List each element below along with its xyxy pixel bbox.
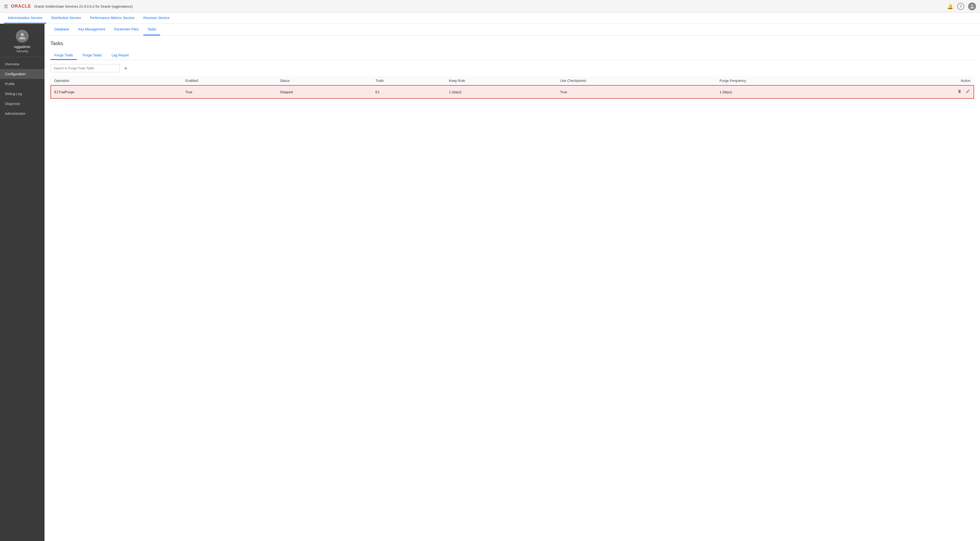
col-trails: Trails bbox=[372, 76, 445, 85]
main-layout: oggadmin Security Overview Configuration… bbox=[0, 24, 980, 541]
purge-trails-table: Operation Enabled Status Trails Keep Rul… bbox=[51, 76, 974, 99]
content-area: Database Key Management Parameter Files … bbox=[45, 24, 980, 541]
col-enabled: Enabled bbox=[182, 76, 277, 85]
cell-operation: E1TrailPurge bbox=[51, 85, 182, 99]
cell-use-checkpoints: True bbox=[557, 85, 716, 99]
col-action: Action bbox=[877, 76, 974, 85]
sidebar-item-configuration[interactable]: Configuration bbox=[0, 69, 45, 79]
table-header-row: Operation Enabled Status Trails Keep Rul… bbox=[51, 76, 974, 85]
app-title: Oracle GoldenGate Services 21.9.0.0.2 fo… bbox=[34, 5, 947, 8]
table-row: E1TrailPurge True Stopped E1 1 (days) Tr… bbox=[51, 85, 974, 99]
sub-tab-key-management[interactable]: Key Management bbox=[74, 24, 109, 35]
sidebar-item-debug-log[interactable]: Debug Log bbox=[0, 89, 45, 99]
add-button[interactable]: + bbox=[122, 65, 130, 72]
cell-enabled: True bbox=[182, 85, 277, 99]
page-content: Tasks Purge Trails Purge Tasks Lag Repor… bbox=[45, 36, 980, 541]
col-status: Status bbox=[277, 76, 372, 85]
sidebar-item-administrator[interactable]: Administrator bbox=[0, 109, 45, 118]
inner-tab-purge-tasks[interactable]: Purge Tasks bbox=[79, 51, 106, 60]
inner-tab-lag-report[interactable]: Lag Report bbox=[108, 51, 132, 60]
sidebar-item-diagnosis[interactable]: Diagnosis bbox=[0, 99, 45, 109]
tab-administration[interactable]: Administration Service bbox=[4, 13, 46, 24]
tab-receiver[interactable]: Receiver Service bbox=[140, 13, 173, 24]
tab-performance[interactable]: Performance Metrics Service bbox=[86, 13, 138, 24]
sidebar-user: oggadmin Security bbox=[0, 24, 45, 57]
sub-tabs: Database Key Management Parameter Files … bbox=[45, 24, 980, 36]
col-use-checkpoints: Use Checkpoints bbox=[557, 76, 716, 85]
sidebar: oggadmin Security Overview Configuration… bbox=[0, 24, 45, 541]
bell-icon[interactable]: 🔔 bbox=[947, 3, 953, 10]
user-avatar bbox=[16, 30, 29, 43]
sidebar-item-overview[interactable]: Overview bbox=[0, 59, 45, 69]
avatar[interactable] bbox=[968, 3, 976, 10]
user-role: Security bbox=[17, 49, 28, 53]
cell-action bbox=[877, 85, 974, 99]
oracle-logo: ORACLE bbox=[11, 4, 31, 9]
sidebar-item-profile[interactable]: Profile bbox=[0, 79, 45, 89]
user-name: oggadmin bbox=[14, 45, 30, 49]
inner-tab-purge-trails[interactable]: Purge Trails bbox=[51, 51, 77, 60]
help-icon[interactable]: ? bbox=[957, 3, 964, 10]
hamburger-icon[interactable]: ☰ bbox=[4, 4, 8, 9]
search-input[interactable] bbox=[51, 64, 120, 72]
cell-purge-frequency: 1 (days) bbox=[716, 85, 877, 99]
cell-status: Stopped bbox=[277, 85, 372, 99]
cell-trails: E1 bbox=[372, 85, 445, 99]
col-purge-frequency: Purge Frequency bbox=[716, 76, 877, 85]
col-keep-rule: Keep Rule bbox=[445, 76, 557, 85]
top-bar: ☰ ORACLE Oracle GoldenGate Services 21.9… bbox=[0, 0, 980, 13]
page-title: Tasks bbox=[51, 41, 974, 46]
edit-icon[interactable] bbox=[966, 89, 970, 95]
service-tabs: Administration Service Distribution Serv… bbox=[0, 13, 980, 24]
action-icons bbox=[881, 89, 970, 95]
tab-distribution[interactable]: Distribution Service bbox=[47, 13, 85, 24]
inner-tabs: Purge Trails Purge Tasks Lag Report bbox=[51, 51, 974, 60]
search-row: + bbox=[51, 64, 974, 72]
top-icons: 🔔 ? bbox=[947, 3, 976, 10]
sub-tab-parameter-files[interactable]: Parameter Files bbox=[110, 24, 143, 35]
delete-icon[interactable] bbox=[957, 89, 962, 95]
col-operation: Operation bbox=[51, 76, 182, 85]
cell-keep-rule: 1 (days) bbox=[445, 85, 557, 99]
sub-tab-tasks[interactable]: Tasks bbox=[143, 24, 160, 35]
sub-tab-database[interactable]: Database bbox=[51, 24, 73, 35]
sidebar-nav: Overview Configuration Profile Debug Log… bbox=[0, 57, 45, 121]
